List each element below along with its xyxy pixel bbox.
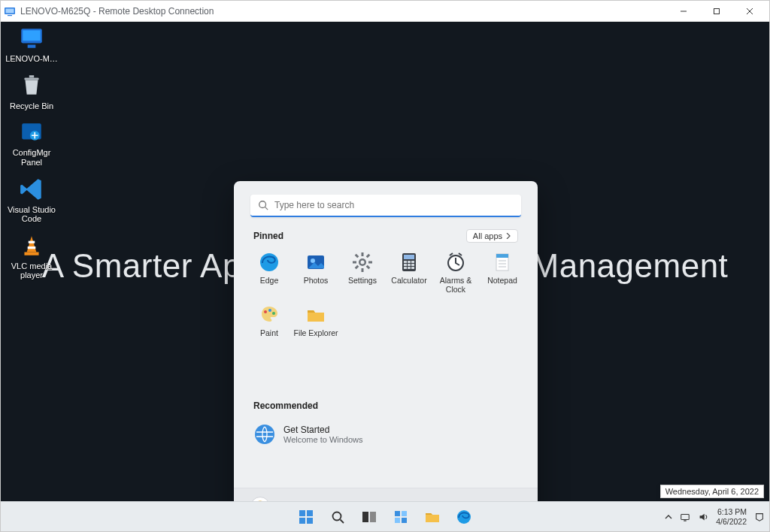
pinned-app-edge[interactable]: Edge (246, 249, 293, 295)
trash-icon (19, 73, 44, 98)
start-search-input[interactable] (274, 200, 514, 210)
vscode-icon (19, 177, 44, 202)
recommended-get-started[interactable]: Get Started Welcome to Windows (253, 420, 518, 449)
svg-rect-49 (496, 254, 508, 258)
close-button[interactable] (733, 1, 766, 22)
taskbar-search[interactable] (324, 505, 351, 529)
svg-rect-4 (714, 8, 720, 14)
svg-rect-12 (23, 30, 40, 41)
svg-point-21 (259, 201, 266, 208)
all-apps-label: All apps (473, 231, 502, 240)
pinned-app-settings[interactable]: Settings (339, 249, 386, 295)
folder-icon (305, 304, 326, 325)
desktop-icon-recycle-bin[interactable]: Recycle Bin (5, 73, 59, 111)
folder-icon (424, 510, 441, 524)
svg-rect-45 (408, 267, 411, 269)
desktop-icon-vlc[interactable]: VLC media player (5, 233, 59, 280)
rdp-titlebar: LENOVO-M625Q - Remote Desktop Connection (1, 1, 769, 22)
start-menu: Pinned All apps Edge Photos Settings (234, 181, 538, 501)
svg-rect-72 (402, 518, 407, 523)
pinned-app-alarms[interactable]: Alarms & Clock (432, 249, 479, 295)
svg-rect-27 (362, 252, 364, 256)
notifications-icon[interactable] (754, 512, 765, 522)
svg-rect-34 (355, 265, 359, 270)
taskbar-center (293, 505, 477, 529)
svg-point-53 (264, 310, 267, 313)
recommended-subtitle: Welcome to Windows (283, 435, 363, 444)
pinned-app-photos[interactable]: Photos (293, 249, 339, 295)
palette-icon (259, 304, 280, 325)
taskbar: 6:13 PM 4/6/2022 (1, 501, 769, 531)
tray-overflow-button[interactable] (665, 513, 672, 521)
pinned-label: Edge (260, 276, 279, 285)
calculator-icon (399, 252, 420, 273)
recommended-heading: Recommended (253, 401, 318, 411)
svg-point-55 (272, 312, 275, 315)
power-button[interactable] (499, 495, 521, 502)
svg-rect-68 (370, 512, 376, 522)
notepad-icon (492, 252, 513, 273)
start-button[interactable] (293, 505, 320, 529)
minimize-button[interactable] (667, 1, 700, 22)
rdp-icon (4, 5, 16, 17)
svg-rect-40 (411, 261, 414, 263)
svg-rect-69 (395, 511, 400, 516)
desktop-icon-label: LENOVO-M… (5, 54, 58, 64)
desktop-icon-vscode[interactable]: Visual Studio Code (5, 177, 59, 224)
taskbar-clock[interactable]: 6:13 PM 4/6/2022 (716, 507, 747, 525)
taskbar-widgets[interactable] (387, 505, 414, 529)
svg-rect-18 (24, 252, 38, 255)
svg-rect-28 (362, 268, 364, 272)
svg-rect-71 (395, 518, 400, 523)
svg-rect-1 (6, 8, 14, 13)
vlc-icon (19, 233, 44, 258)
svg-rect-42 (408, 264, 411, 266)
start-footer: ConfigMgr Admin (234, 488, 538, 501)
volume-icon[interactable] (698, 512, 708, 522)
edge-icon (456, 509, 471, 524)
search-icon (331, 510, 344, 524)
clock-time: 6:13 PM (716, 507, 747, 516)
network-icon[interactable] (680, 512, 690, 522)
svg-rect-33 (366, 254, 371, 258)
svg-line-66 (341, 519, 344, 523)
svg-rect-62 (307, 510, 313, 516)
maximize-button[interactable] (700, 1, 733, 22)
svg-point-56 (255, 425, 274, 444)
pinned-app-paint[interactable]: Paint (246, 301, 293, 348)
desktop-icon-label: ConfigMgr Panel (5, 148, 59, 167)
clock-icon (445, 252, 466, 273)
pinned-app-calculator[interactable]: Calculator (386, 249, 432, 295)
taskbar-edge[interactable] (450, 505, 477, 529)
all-apps-button[interactable]: All apps (466, 229, 518, 243)
configmgr-icon (19, 119, 44, 145)
svg-point-35 (361, 261, 365, 264)
rdp-title: LENOVO-M625Q - Remote Desktop Connection (20, 6, 214, 17)
svg-rect-30 (368, 261, 372, 264)
start-search[interactable] (250, 195, 521, 217)
desktop-icon-configmgr[interactable]: ConfigMgr Panel (5, 119, 59, 167)
taskbar-file-explorer[interactable] (419, 505, 446, 529)
svg-rect-29 (353, 261, 356, 264)
pinned-label: Alarms & Clock (432, 276, 479, 294)
remote-desktop[interactable]: A Smarter Approach to Systems Management… (1, 22, 769, 501)
svg-point-54 (268, 309, 271, 312)
svg-rect-2 (8, 15, 12, 16)
svg-rect-63 (299, 518, 305, 524)
pinned-label: Paint (260, 328, 278, 337)
widgets-icon (393, 509, 408, 524)
pinned-grid: Edge Photos Settings Calculator Alarms &… (234, 246, 538, 348)
pinned-label: Settings (348, 276, 377, 285)
svg-rect-13 (28, 45, 36, 48)
clock-date: 4/6/2022 (716, 517, 747, 526)
svg-rect-44 (404, 267, 407, 269)
system-tray: 6:13 PM 4/6/2022 (665, 507, 765, 525)
desktop-icon-this-pc[interactable]: LENOVO-M… (5, 26, 59, 64)
svg-rect-14 (24, 77, 38, 80)
pinned-app-notepad[interactable]: Notepad (479, 249, 526, 295)
taskbar-task-view[interactable] (356, 505, 383, 529)
pinned-app-file-explorer[interactable]: File Explorer (293, 301, 339, 348)
photos-icon (305, 252, 326, 273)
recommended-title: Get Started (283, 425, 363, 435)
chevron-right-icon (505, 233, 511, 239)
